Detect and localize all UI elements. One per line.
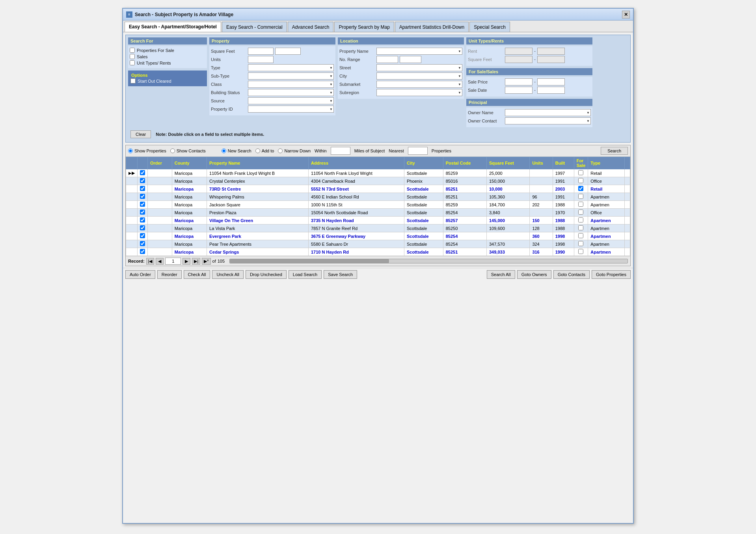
- tab-advanced[interactable]: Advanced Search: [288, 22, 334, 32]
- row-checkbox[interactable]: [140, 210, 145, 215]
- row-for-sale-checkbox[interactable]: [578, 241, 583, 246]
- row-for-sale-checkbox[interactable]: [578, 249, 583, 254]
- no-range-max-input[interactable]: [400, 56, 421, 63]
- unit-sqft-min-input[interactable]: [505, 56, 533, 63]
- new-record-button[interactable]: ▶*: [202, 258, 210, 265]
- sqft-min-input[interactable]: [248, 48, 274, 55]
- row-for-sale-checkbox[interactable]: [578, 202, 583, 207]
- row-checkbox[interactable]: [140, 202, 145, 207]
- goto-properties-button[interactable]: Goto Properties: [592, 270, 631, 279]
- table-row[interactable]: MaricopaCrystal Centerplex4304 Camelback…: [126, 177, 630, 185]
- search-all-button[interactable]: Search AlI: [487, 270, 515, 279]
- next-record-button[interactable]: ▶: [182, 258, 190, 265]
- owner-name-select[interactable]: [505, 109, 591, 116]
- show-contacts-radio[interactable]: [170, 148, 175, 153]
- results-table-container[interactable]: Order County Property Name Address City …: [126, 157, 630, 256]
- add-to-radio[interactable]: [255, 148, 260, 153]
- table-row[interactable]: MaricopaJackson Square1000 N 115th StSco…: [126, 201, 630, 209]
- first-record-button[interactable]: |◀: [146, 258, 155, 265]
- table-row[interactable]: ▶Maricopa11054 North Frank Lloyd Wright …: [126, 169, 630, 177]
- search-button[interactable]: Search: [601, 147, 628, 155]
- table-row[interactable]: MaricopaVillage On The Green3735 N Hayde…: [126, 217, 630, 224]
- row-checkbox[interactable]: [140, 249, 145, 254]
- source-select[interactable]: [248, 97, 334, 104]
- nearest-input[interactable]: [408, 147, 428, 155]
- new-search-radio[interactable]: [222, 148, 226, 153]
- row-checkbox[interactable]: [140, 186, 145, 191]
- row-for-sale-checkbox[interactable]: [578, 170, 583, 175]
- type-select[interactable]: [248, 64, 334, 71]
- row-for-sale-checkbox[interactable]: [578, 217, 583, 222]
- show-contacts-label: Show Contacts: [177, 148, 206, 153]
- street-select[interactable]: [376, 64, 462, 71]
- table-row[interactable]: MaricopaCedar Springs1710 N Hayden RdSco…: [126, 248, 630, 256]
- sale-price-max-input[interactable]: [537, 78, 565, 85]
- row-for-sale-checkbox[interactable]: [578, 186, 583, 191]
- load-search-button[interactable]: Load Search: [289, 270, 322, 279]
- row-for-sale-checkbox[interactable]: [578, 233, 583, 238]
- tab-stats[interactable]: Apartment Statistics Drill-Down: [395, 22, 469, 32]
- units-input[interactable]: [248, 56, 274, 63]
- row-checkbox[interactable]: [140, 233, 145, 238]
- clear-button[interactable]: Clear: [130, 130, 151, 138]
- prev-record-button[interactable]: ◀: [156, 258, 164, 265]
- row-for-sale-checkbox[interactable]: [578, 210, 583, 215]
- check-all-button[interactable]: Check All: [184, 270, 210, 279]
- reorder-button[interactable]: Reorder: [157, 270, 182, 279]
- owner-contact-select[interactable]: [505, 117, 591, 124]
- goto-owners-button[interactable]: Goto Owners: [517, 270, 551, 279]
- row-for-sale-checkbox[interactable]: [578, 178, 583, 183]
- unit-sqft-max-input[interactable]: [537, 56, 565, 63]
- close-button[interactable]: ✕: [622, 11, 630, 19]
- tab-map[interactable]: Property Search by Map: [334, 22, 394, 32]
- rent-min-input[interactable]: [505, 48, 533, 55]
- tab-commercial[interactable]: Easy Search - Commercial: [222, 22, 287, 32]
- rent-max-input[interactable]: [537, 48, 565, 55]
- class-select[interactable]: [248, 81, 334, 88]
- start-cleared-checkbox[interactable]: [130, 78, 136, 83]
- no-range-min-input[interactable]: [376, 56, 398, 63]
- goto-contacts-button[interactable]: Goto Contacts: [553, 270, 590, 279]
- current-record-input[interactable]: [165, 258, 181, 265]
- sale-date-max-input[interactable]: [537, 87, 565, 94]
- submarket-select[interactable]: [376, 81, 462, 88]
- drop-unchecked-button[interactable]: Drop Unchecked: [246, 270, 287, 279]
- subtype-select[interactable]: [248, 72, 334, 80]
- row-checkbox[interactable]: [140, 194, 145, 199]
- table-row[interactable]: MaricopaEvergreen Park3675 E Greenway Pa…: [126, 232, 630, 240]
- table-row[interactable]: MaricopaPear Tree Apartments5580 E Sahua…: [126, 240, 630, 248]
- sales-checkbox[interactable]: [130, 54, 135, 59]
- row-for-sale-checkbox[interactable]: [578, 194, 583, 199]
- uncheck-all-button[interactable]: Uncheck All: [212, 270, 243, 279]
- subregion-select[interactable]: [376, 89, 462, 96]
- tab-apartment[interactable]: Easy Search - Apartment/Storage/Hotel: [125, 22, 221, 32]
- properties-for-sale-checkbox[interactable]: [130, 48, 135, 53]
- tab-special[interactable]: Special Search: [469, 22, 510, 32]
- table-row[interactable]: MaricopaPreston Plaza15054 North Scottsd…: [126, 209, 630, 217]
- property-name-select[interactable]: [376, 48, 462, 55]
- table-row[interactable]: MaricopaWhispering Palms4560 E Indian Sc…: [126, 193, 630, 201]
- row-for-sale-checkbox[interactable]: [578, 225, 583, 230]
- sale-date-min-input[interactable]: [505, 87, 533, 94]
- sale-price-min-input[interactable]: [505, 78, 533, 85]
- save-search-button[interactable]: Save Search: [324, 270, 357, 279]
- record-label: Record:: [128, 259, 145, 263]
- miles-input[interactable]: [331, 147, 350, 155]
- table-row[interactable]: Maricopa73RD St Centre5552 N 73rd Street…: [126, 185, 630, 193]
- narrow-down-radio[interactable]: [278, 148, 283, 153]
- sqft-max-input[interactable]: [275, 48, 301, 55]
- last-record-button[interactable]: ▶|: [192, 258, 200, 265]
- auto-order-button[interactable]: Auto Order: [125, 270, 155, 279]
- building-status-select[interactable]: [248, 89, 334, 96]
- city-select[interactable]: [376, 72, 462, 80]
- row-checkbox[interactable]: [140, 217, 145, 222]
- show-properties-radio[interactable]: [128, 148, 133, 153]
- property-id-select[interactable]: [248, 106, 334, 113]
- row-checkbox[interactable]: [140, 178, 145, 183]
- row-checkbox[interactable]: [140, 225, 145, 230]
- table-row[interactable]: MaricopaLa Vista Park7857 N Granite Reef…: [126, 224, 630, 232]
- horizontal-scrollbar[interactable]: [229, 259, 628, 263]
- unit-types-checkbox[interactable]: [130, 60, 135, 65]
- row-checkbox[interactable]: [140, 170, 145, 175]
- row-checkbox[interactable]: [140, 241, 145, 246]
